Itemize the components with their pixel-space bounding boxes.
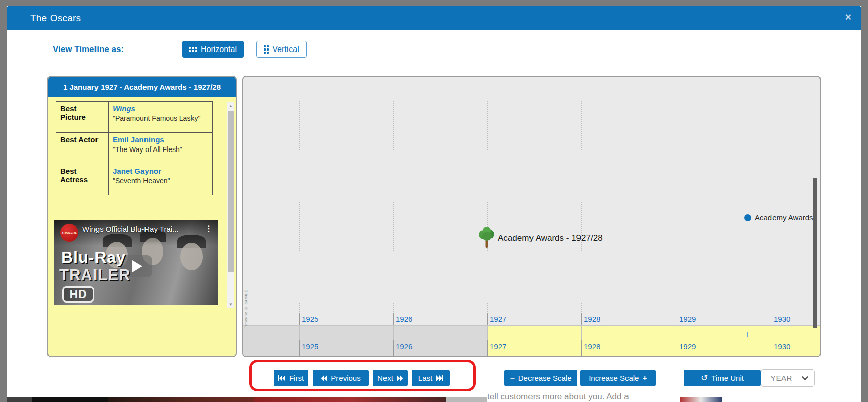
award-category: Best Actress xyxy=(56,164,109,195)
background-photo-fragment xyxy=(680,397,722,402)
background-photo-fragment xyxy=(108,397,254,402)
year-gridline xyxy=(487,77,488,313)
window-frame-top xyxy=(0,0,868,6)
background-photo-fragment xyxy=(254,397,446,402)
previous-button[interactable]: Previous xyxy=(313,370,369,386)
overview-year-label: 1929 xyxy=(679,342,696,351)
grid-vertical-icon xyxy=(264,45,269,54)
overview-year-tick xyxy=(487,340,488,357)
overview-year-label: 1928 xyxy=(584,342,600,351)
overview-year-tick xyxy=(677,340,677,357)
year-tick xyxy=(393,313,394,325)
year-label: 1925 xyxy=(302,315,318,323)
overview-year-label: 1925 xyxy=(302,342,318,351)
overview-year-label: 1926 xyxy=(396,342,412,351)
overview-year-tick xyxy=(771,340,771,357)
overview-year-label: 1927 xyxy=(490,342,506,351)
first-button[interactable]: First xyxy=(274,370,308,386)
horizontal-label: Horizontal xyxy=(201,45,237,54)
grid-horizontal-icon xyxy=(189,47,197,52)
year-tick xyxy=(299,313,300,325)
year-tick xyxy=(581,313,582,325)
vertical-label: Vertical xyxy=(272,45,299,54)
background-photo-fragment xyxy=(7,397,32,402)
view-timeline-label: View Timeline as: xyxy=(53,44,124,55)
history-icon: ↺ xyxy=(701,374,708,382)
fast-backward-icon xyxy=(278,375,285,381)
year-gridline xyxy=(771,77,771,313)
play-icon xyxy=(132,260,142,272)
timeline-scrollbar[interactable] xyxy=(813,178,817,328)
next-label: Next xyxy=(377,374,393,382)
trailers-channel-logo[interactable]: TRAILERS xyxy=(60,224,78,242)
plus-icon: + xyxy=(642,374,647,382)
timeline-canvas[interactable]: 1925 1926 1927 1928 1929 1930 1925 1926 … xyxy=(242,76,821,357)
winner-link[interactable]: Wings xyxy=(113,104,208,113)
year-gridline xyxy=(677,77,677,313)
hd-badge: HD xyxy=(62,286,94,303)
time-unit-value: YEAR xyxy=(770,374,803,382)
table-row: Best Actor Emil Jannings "The Way of All… xyxy=(56,133,213,164)
video-menu-icon[interactable]: ⋮ xyxy=(205,224,213,233)
last-label: Last xyxy=(418,374,432,382)
window-frame-right xyxy=(861,0,868,402)
year-label: 1929 xyxy=(679,315,696,323)
forward-icon xyxy=(397,375,403,381)
overview-year-tick xyxy=(299,340,300,357)
previous-label: Previous xyxy=(331,374,360,382)
time-unit-dropdown[interactable]: YEAR xyxy=(761,369,815,387)
award-category: Best Actor xyxy=(56,133,109,164)
overview-year-tick xyxy=(393,340,394,357)
year-tick xyxy=(487,313,488,325)
winner-link[interactable]: Emil Jannings xyxy=(113,135,208,144)
time-unit-label: Time Unit xyxy=(711,374,744,382)
panel-scrollbar-thumb[interactable] xyxy=(228,111,234,272)
timeline-overview-band[interactable]: 1925 1926 1927 1928 1929 1930 xyxy=(243,325,820,356)
film-name: "The Way of All Flesh" xyxy=(113,145,208,154)
year-label: 1927 xyxy=(490,315,506,323)
increase-scale-label: Increase Scale xyxy=(589,374,639,382)
film-name: "Seventh Heaven" xyxy=(113,177,208,185)
year-label: 1928 xyxy=(584,315,600,323)
tree-event-icon[interactable] xyxy=(478,227,495,249)
overview-year-label: 1930 xyxy=(774,342,790,351)
fast-forward-icon xyxy=(436,375,443,381)
decrease-scale-button[interactable]: − Decrease Scale xyxy=(504,370,577,386)
video-player[interactable]: TRAILERS Wings Official Blu-Ray Trai... … xyxy=(54,220,218,305)
modal-header: The Oscars × xyxy=(7,6,861,30)
video-photo-shape xyxy=(180,243,203,270)
overview-event-marker xyxy=(747,332,748,337)
backward-icon xyxy=(321,375,327,381)
vertical-view-button[interactable]: Vertical xyxy=(256,41,307,58)
background-photo-fragment xyxy=(446,397,487,402)
window-frame-left xyxy=(0,0,7,402)
film-name: "Paramount Famous Lasky" xyxy=(113,114,208,122)
video-title[interactable]: Wings Official Blu-Ray Trai... xyxy=(82,225,179,233)
scroll-down-icon[interactable]: ▼ xyxy=(227,300,234,308)
background-photo-fragment xyxy=(32,397,108,402)
chevron-down-icon xyxy=(802,374,808,380)
legend-label: Academy Awards xyxy=(755,213,813,222)
first-label: First xyxy=(289,374,304,382)
next-button[interactable]: Next xyxy=(373,370,408,386)
table-row: Best Picture Wings "Paramount Famous Las… xyxy=(56,102,213,133)
award-category: Best Picture xyxy=(56,102,109,133)
scroll-up-icon[interactable]: ▲ xyxy=(227,102,234,110)
winner-link[interactable]: Janet Gaynor xyxy=(113,167,208,175)
minus-icon: − xyxy=(510,374,514,382)
table-row: Best Actress Janet Gaynor "Seventh Heave… xyxy=(56,164,213,195)
year-gridline xyxy=(299,77,300,313)
close-icon[interactable]: × xyxy=(845,6,851,29)
time-unit-button[interactable]: ↺ Time Unit xyxy=(684,370,761,386)
year-tick xyxy=(771,313,771,325)
timeline-event-label[interactable]: Academy Awards - 1927/28 xyxy=(498,233,603,243)
screen: The Oscars × View Timeline as: Horizonta… xyxy=(0,0,868,402)
increase-scale-button[interactable]: Increase Scale + xyxy=(580,370,656,386)
legend-dot-icon xyxy=(744,214,751,221)
horizontal-view-button[interactable]: Horizontal xyxy=(182,41,244,58)
last-button[interactable]: Last xyxy=(412,370,450,386)
panel-scrollbar[interactable]: ▲ ▼ xyxy=(227,102,234,308)
video-overlay-subtitle: TRAILER xyxy=(59,266,130,284)
overview-highlight xyxy=(487,326,820,357)
year-label: 1930 xyxy=(774,315,790,323)
